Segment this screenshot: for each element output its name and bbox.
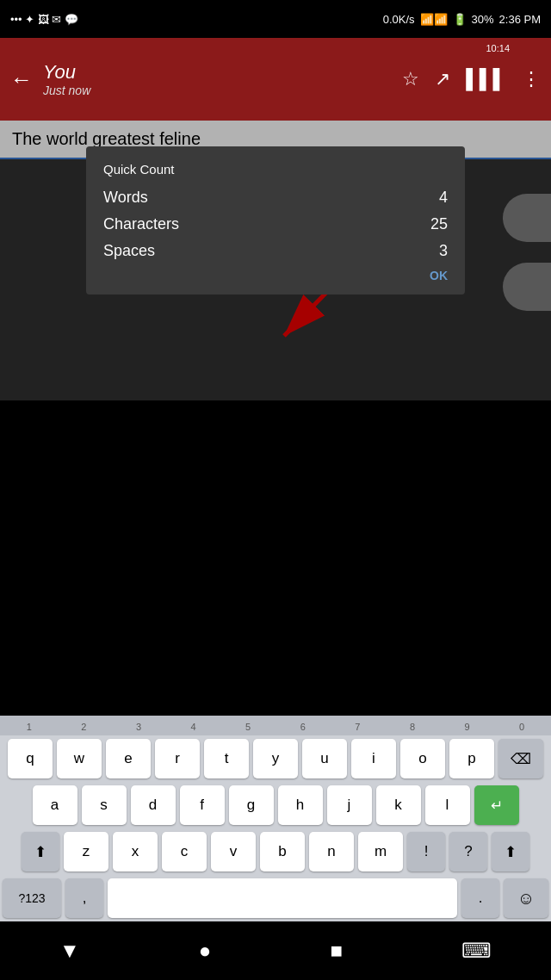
key-z[interactable]: z xyxy=(64,832,108,871)
keyboard: 1 2 3 4 5 6 7 8 9 0 q w e r t y u i o p … xyxy=(0,716,551,921)
key-c[interactable]: c xyxy=(162,832,207,871)
key-3[interactable]: 3 xyxy=(111,718,166,733)
key-2[interactable]: 2 xyxy=(57,718,112,733)
words-row: Words 4 xyxy=(103,189,448,207)
key-e[interactable]: e xyxy=(106,739,151,778)
key-enter[interactable]: ↵ xyxy=(474,785,519,825)
battery-icon: 🔋 xyxy=(453,13,467,26)
status-icons: ••• ✦ 🖼 ✉ 💬 xyxy=(10,13,78,26)
quick-count-dialog: Quick Count Words 4 Characters 25 Spaces… xyxy=(86,146,465,295)
characters-label: Characters xyxy=(103,215,179,233)
key-emoji[interactable]: ☺ xyxy=(504,878,548,918)
key-7[interactable]: 7 xyxy=(331,718,386,733)
characters-value: 25 xyxy=(430,215,448,233)
share-button[interactable]: ↗ xyxy=(435,68,450,90)
key-6[interactable]: 6 xyxy=(276,718,331,733)
number-row: 1 2 3 4 5 6 7 8 9 0 xyxy=(0,716,551,735)
back-button[interactable]: ← xyxy=(10,66,33,93)
key-0[interactable]: 0 xyxy=(494,718,549,733)
status-bar: ••• ✦ 🖼 ✉ 💬 0.0K/s 📶📶 🔋 30% 2:36 PM xyxy=(0,0,551,38)
key-w[interactable]: w xyxy=(57,739,102,778)
network-speed: 0.0K/s xyxy=(383,13,415,26)
key-question[interactable]: ? xyxy=(449,832,487,871)
key-h[interactable]: h xyxy=(278,785,323,825)
status-bar-left: ••• ✦ 🖼 ✉ 💬 xyxy=(10,13,78,26)
key-d[interactable]: d xyxy=(131,785,176,825)
signal-icons: 📶📶 xyxy=(420,13,448,26)
app-bar-title: You xyxy=(43,61,402,84)
key-shift[interactable]: ⬆ xyxy=(22,832,59,871)
key-8[interactable]: 8 xyxy=(385,718,440,733)
ok-button[interactable]: OK xyxy=(103,269,448,282)
star-button[interactable]: ☆ xyxy=(402,68,419,90)
nav-bar: ▼ ● ■ ⌨ xyxy=(0,921,551,980)
key-t[interactable]: t xyxy=(204,739,249,778)
key-m[interactable]: m xyxy=(358,832,403,871)
key-9[interactable]: 9 xyxy=(440,718,495,733)
key-123[interactable]: ?123 xyxy=(3,878,61,918)
keyboard-bottom-row: ?123 , . ☺ xyxy=(0,875,551,921)
battery-percent: 30% xyxy=(472,13,494,26)
key-s[interactable]: s xyxy=(82,785,127,825)
key-b[interactable]: b xyxy=(260,832,305,871)
app-bar-title-area: You Just now xyxy=(43,61,402,97)
key-l[interactable]: l xyxy=(425,785,470,825)
key-n[interactable]: n xyxy=(309,832,354,871)
app-bar-clock: 10:14 xyxy=(486,43,510,53)
words-label: Words xyxy=(103,189,148,207)
key-p[interactable]: p xyxy=(449,739,494,778)
nav-keyboard[interactable]: ⌨ xyxy=(461,939,492,963)
nav-home[interactable]: ● xyxy=(199,939,212,963)
app-bar-subtitle: Just now xyxy=(43,84,402,97)
key-period[interactable]: . xyxy=(461,878,499,918)
spaces-row: Spaces 3 xyxy=(103,242,448,260)
key-v[interactable]: v xyxy=(211,832,256,871)
time-display: 2:36 PM xyxy=(499,13,541,26)
key-j[interactable]: j xyxy=(327,785,372,825)
key-a[interactable]: a xyxy=(33,785,77,825)
characters-row: Characters 25 xyxy=(103,215,448,233)
key-backspace[interactable]: ⌫ xyxy=(498,739,543,778)
key-y[interactable]: y xyxy=(253,739,298,778)
key-4[interactable]: 4 xyxy=(166,718,221,733)
key-5[interactable]: 5 xyxy=(220,718,276,733)
more-button[interactable]: ⋮ xyxy=(522,68,541,90)
key-o[interactable]: o xyxy=(400,739,445,778)
quick-count-title: Quick Count xyxy=(103,162,448,177)
spaces-label: Spaces xyxy=(103,242,155,260)
key-u[interactable]: u xyxy=(302,739,347,778)
words-value: 4 xyxy=(439,189,448,207)
key-g[interactable]: g xyxy=(229,785,274,825)
app-bar-actions: ☆ ↗ ▌▌▌ ⋮ xyxy=(402,68,541,90)
key-x[interactable]: x xyxy=(113,832,158,871)
key-q[interactable]: q xyxy=(8,739,53,778)
app-bar: ← You Just now 10:14 ☆ ↗ ▌▌▌ ⋮ xyxy=(0,38,551,121)
key-exclaim[interactable]: ! xyxy=(407,832,445,871)
key-1[interactable]: 1 xyxy=(2,718,57,733)
key-space[interactable] xyxy=(108,878,457,918)
nav-recent[interactable]: ■ xyxy=(330,939,343,963)
key-shift-right[interactable]: ⬆ xyxy=(492,832,529,871)
key-row-2: a s d f g h j k l ↵ xyxy=(0,782,551,828)
key-i[interactable]: i xyxy=(351,739,396,778)
nav-back[interactable]: ▼ xyxy=(59,939,80,963)
key-comma[interactable]: , xyxy=(65,878,103,918)
key-f[interactable]: f xyxy=(180,785,225,825)
key-r[interactable]: r xyxy=(155,739,200,778)
key-row-3: ⬆ z x c v b n m ! ? ⬆ xyxy=(0,828,551,875)
bars-icon[interactable]: ▌▌▌ xyxy=(466,68,506,90)
status-bar-right: 0.0K/s 📶📶 🔋 30% 2:36 PM xyxy=(383,13,541,26)
spaces-value: 3 xyxy=(439,242,448,260)
key-row-1: q w e r t y u i o p ⌫ xyxy=(0,735,551,782)
key-k[interactable]: k xyxy=(376,785,421,825)
